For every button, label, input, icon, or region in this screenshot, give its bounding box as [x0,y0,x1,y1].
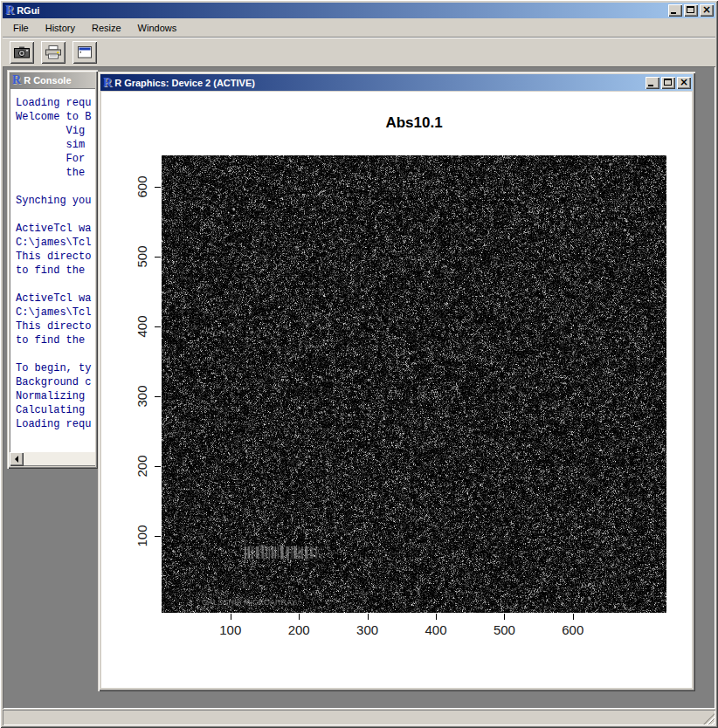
x-tick-mark [436,614,437,620]
printer-icon [45,45,62,59]
graphics-titlebar[interactable]: R R Graphics: Device 2 (ACTIVE) × [100,74,693,91]
y-tick-label: 500 [135,245,149,267]
resize-grip[interactable] [703,713,715,725]
main-titlebar[interactable]: R RGui × [3,3,715,18]
menu-file[interactable]: File [7,20,35,36]
x-tick-mark [231,614,231,620]
copy-snapshot-button[interactable] [10,41,34,64]
x-tick-mark [504,614,505,620]
y-tick-mark [155,257,161,258]
close-icon: × [677,77,691,89]
maximize-icon [664,79,672,86]
x-tick-label: 300 [356,622,378,637]
y-tick-label: 400 [135,315,149,337]
minimize-button[interactable] [668,4,682,17]
menu-windows[interactable]: Windows [132,20,183,36]
x-tick-mark [368,614,369,620]
console-output: Loading requ Welcome to B Vig sim For th… [10,88,95,431]
print-button[interactable] [41,41,66,64]
y-tick-label: 600 [135,175,149,197]
y-tick-mark [155,466,161,467]
r-logo-icon: R [5,4,14,17]
maximize-icon [687,6,694,13]
console-window-icon [76,45,93,59]
console-titlebar[interactable]: R R Console [10,72,95,88]
plot-region: Abs10.1 10020030040050060010020030040050… [101,92,692,688]
x-tick-label: 200 [288,622,310,637]
r-console-window: R R Console Loading requ Welcome to B Vi… [7,70,98,469]
x-tick-label: 600 [562,622,583,637]
r-graphics-window: R R Graphics: Device 2 (ACTIVE) × Abs10.… [98,72,695,691]
r-logo-icon: R [103,77,112,89]
close-icon: × [700,4,714,17]
rgui-window: R RGui × File History Resize Windows [0,0,718,728]
toolbar [3,37,715,66]
y-tick-label: 300 [135,385,149,407]
menubar: File History Resize Windows [3,18,715,37]
graphics-title: R Graphics: Device 2 (ACTIVE) [114,78,646,88]
graphics-close-button[interactable]: × [677,77,691,89]
y-tick-mark [155,326,161,327]
x-tick-label: 400 [425,622,446,637]
console-text-area[interactable]: Loading requ Welcome to B Vig sim For th… [10,88,95,452]
x-tick-label: 500 [494,622,515,637]
graphics-minimize-button[interactable] [646,77,659,89]
y-tick-label: 200 [135,455,149,477]
close-button[interactable]: × [700,4,714,17]
menu-resize[interactable]: Resize [86,20,128,36]
windows-button[interactable] [72,41,97,64]
microarray-image [162,155,666,613]
main-window-title: RGui [17,5,668,16]
maximize-button[interactable] [684,4,698,17]
x-tick-mark [573,614,574,620]
statusbar [3,710,715,725]
camera-icon [13,45,31,59]
console-title: R Console [24,75,93,86]
r-logo-icon: R [12,74,21,86]
arrow-left-icon [15,456,18,463]
menu-history[interactable]: History [39,20,81,36]
y-tick-label: 100 [135,525,149,546]
x-tick-mark [299,614,300,620]
graphics-maximize-button[interactable] [661,77,675,89]
y-tick-mark [155,187,161,188]
scroll-left-button[interactable] [10,452,24,466]
y-tick-mark [155,536,161,537]
mdi-client-area: R R Console Loading requ Welcome to B Vi… [3,66,715,709]
plot-title: Abs10.1 [162,114,666,132]
minimize-icon [671,12,676,14]
scrollbar-track[interactable] [24,452,95,466]
y-tick-mark [155,396,161,397]
console-hscrollbar[interactable] [10,452,95,466]
x-tick-label: 100 [219,622,241,637]
minimize-icon [648,85,653,86]
